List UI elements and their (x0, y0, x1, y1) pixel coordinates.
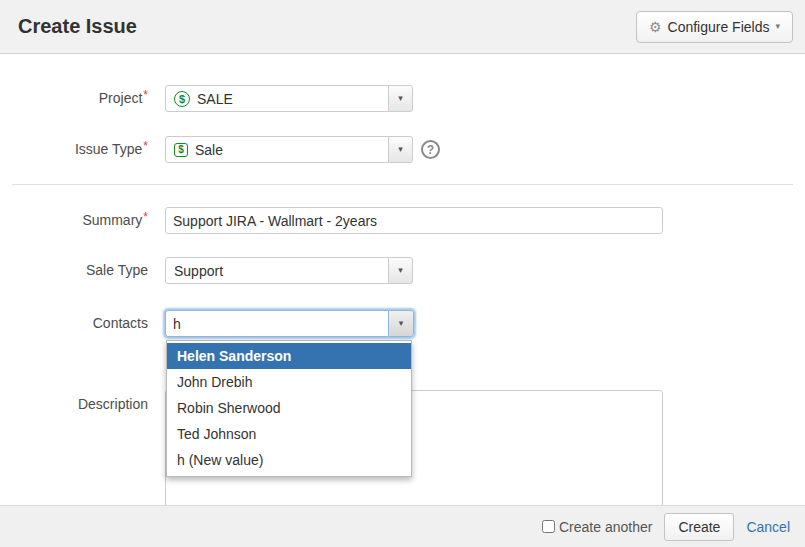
create-another-label: Create another (559, 519, 652, 535)
description-label: Description (0, 391, 148, 418)
dialog-header: Create Issue ⚙ Configure Fields ▾ (0, 0, 805, 54)
dialog-footer: Create another Create Cancel (0, 505, 805, 547)
create-another-checkbox[interactable] (542, 520, 555, 533)
gear-icon: ⚙ (649, 20, 662, 34)
required-asterisk: * (143, 88, 148, 102)
contacts-combobox: ▾ (165, 310, 414, 337)
required-asterisk: * (143, 139, 148, 153)
sale-type-select: Support ▾ (165, 257, 413, 284)
contacts-input[interactable] (165, 310, 388, 337)
chevron-down-icon: ▾ (398, 266, 403, 275)
sale-type-dropdown-button[interactable]: ▾ (388, 257, 413, 284)
configure-fields-label: Configure Fields (668, 19, 770, 35)
chevron-down-icon: ▾ (775, 22, 780, 31)
project-label: Project* (0, 85, 148, 113)
create-another-option: Create another (542, 519, 652, 535)
project-select: $ SALE ▾ (165, 85, 413, 112)
issue-type-select-value[interactable]: $ Sale (165, 136, 389, 163)
sale-type-label: Sale Type (0, 257, 148, 284)
create-button[interactable]: Create (664, 513, 734, 541)
issue-type-label: Issue Type* (0, 136, 148, 164)
issue-type-dropdown-button[interactable]: ▾ (388, 136, 413, 163)
chevron-down-icon: ▾ (398, 94, 403, 103)
contacts-suggestions-menu: Helen Sanderson John Drebih Robin Sherwo… (166, 340, 412, 477)
menu-item-john-drebih[interactable]: John Drebih (167, 369, 411, 395)
required-asterisk: * (143, 210, 148, 224)
chevron-down-icon: ▾ (399, 319, 404, 328)
menu-item-ted-johnson[interactable]: Ted Johnson (167, 421, 411, 447)
issue-type-value-text: Sale (195, 142, 223, 158)
project-select-value[interactable]: $ SALE (165, 85, 389, 112)
configure-fields-button[interactable]: ⚙ Configure Fields ▾ (636, 11, 793, 43)
summary-input[interactable] (165, 207, 663, 234)
project-dropdown-button[interactable]: ▾ (388, 85, 413, 112)
contacts-dropdown-button[interactable]: ▾ (388, 310, 414, 337)
menu-item-helen-sanderson[interactable]: Helen Sanderson (167, 343, 411, 369)
page-title: Create Issue (18, 15, 137, 38)
menu-item-robin-sherwood[interactable]: Robin Sherwood (167, 395, 411, 421)
section-divider (12, 184, 793, 185)
sale-type-value-text: Support (174, 263, 223, 279)
help-icon[interactable]: ? (421, 140, 440, 159)
project-dollar-icon: $ (174, 91, 190, 107)
menu-item-new-value[interactable]: h (New value) (167, 447, 411, 473)
sale-type-select-value[interactable]: Support (165, 257, 389, 284)
contacts-label: Contacts (0, 310, 148, 337)
summary-label: Summary* (0, 207, 148, 235)
sale-issue-type-icon: $ (174, 143, 188, 157)
cancel-link[interactable]: Cancel (746, 519, 790, 535)
chevron-down-icon: ▾ (398, 145, 403, 154)
issue-type-select: $ Sale ▾ (165, 136, 413, 163)
project-value-text: SALE (197, 91, 233, 107)
